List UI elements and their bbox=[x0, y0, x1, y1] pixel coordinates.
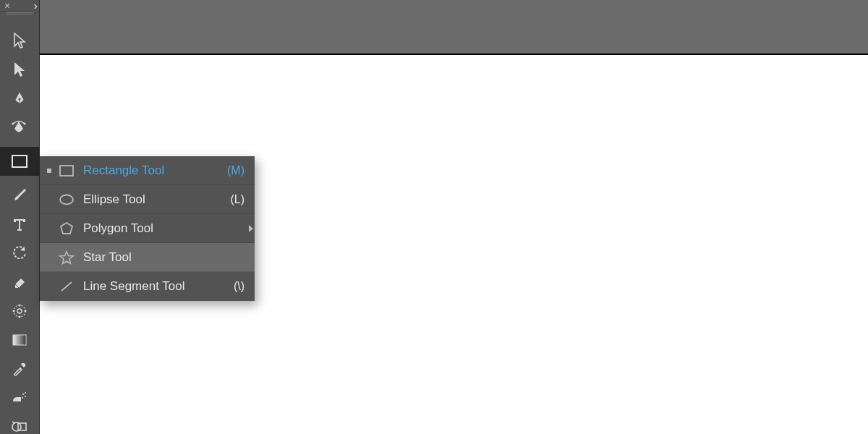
svg-point-1 bbox=[12, 122, 14, 124]
svg-rect-3 bbox=[12, 156, 27, 167]
direct-selection-tool[interactable] bbox=[5, 60, 34, 79]
star-icon bbox=[57, 250, 76, 265]
svg-point-18 bbox=[60, 195, 73, 204]
svg-marker-20 bbox=[60, 252, 73, 264]
active-indicator-icon bbox=[47, 255, 51, 260]
svg-point-8 bbox=[19, 305, 21, 307]
svg-point-9 bbox=[19, 316, 21, 318]
svg-point-11 bbox=[22, 393, 24, 395]
active-indicator-icon bbox=[47, 169, 51, 173]
type-tool[interactable] bbox=[5, 215, 34, 234]
flyout-item-rectangle[interactable]: Rectangle Tool (M) bbox=[40, 156, 255, 185]
eyedropper-tool[interactable] bbox=[5, 359, 34, 378]
svg-point-7 bbox=[25, 310, 27, 312]
flyout-item-shortcut: (L) bbox=[230, 193, 244, 206]
flyout-item-polygon[interactable]: Polygon Tool bbox=[40, 214, 255, 243]
rectangle-tool[interactable] bbox=[0, 147, 40, 176]
svg-point-12 bbox=[25, 392, 26, 393]
flyout-item-shortcut: (\) bbox=[234, 280, 244, 293]
flyout-item-line-segment[interactable]: Line Segment Tool (\) bbox=[40, 272, 255, 301]
active-indicator-icon bbox=[47, 226, 51, 231]
line-icon bbox=[57, 279, 76, 294]
flyout-item-ellipse[interactable]: Ellipse Tool (L) bbox=[40, 185, 255, 214]
close-icon[interactable]: × bbox=[4, 0, 10, 12]
tools-panel: × ›› bbox=[0, 0, 40, 434]
app-topbar bbox=[40, 0, 868, 54]
flyout-item-label: Rectangle Tool bbox=[83, 163, 227, 178]
active-indicator-icon bbox=[47, 197, 51, 202]
flyout-item-label: Star Tool bbox=[83, 250, 244, 265]
flyout-item-star[interactable]: Star Tool bbox=[40, 243, 255, 272]
rectangle-icon bbox=[57, 164, 76, 177]
shape-tool-flyout: Rectangle Tool (M) Ellipse Tool (L) Poly… bbox=[40, 156, 255, 301]
svg-point-6 bbox=[13, 310, 15, 312]
paintbrush-tool[interactable] bbox=[5, 186, 34, 205]
expand-icon[interactable]: ›› bbox=[34, 0, 35, 12]
svg-point-2 bbox=[23, 122, 25, 124]
active-indicator-icon bbox=[47, 284, 51, 289]
svg-marker-19 bbox=[61, 223, 72, 234]
svg-rect-16 bbox=[18, 423, 26, 430]
pen-tool[interactable] bbox=[5, 89, 34, 108]
svg-point-14 bbox=[22, 397, 23, 399]
svg-rect-17 bbox=[60, 166, 73, 176]
flyout-item-shortcut: (M) bbox=[227, 164, 244, 177]
scale-tool[interactable] bbox=[5, 302, 34, 320]
panel-header: × ›› bbox=[0, 0, 39, 12]
shape-builder-tool[interactable] bbox=[5, 417, 34, 434]
svg-line-21 bbox=[61, 282, 72, 291]
svg-point-13 bbox=[25, 396, 26, 397]
flyout-item-label: Ellipse Tool bbox=[83, 192, 230, 207]
symbol-sprayer-tool[interactable] bbox=[5, 388, 34, 407]
tool-list bbox=[0, 15, 39, 434]
svg-point-5 bbox=[14, 305, 25, 317]
selection-tool[interactable] bbox=[5, 31, 34, 50]
ellipse-icon bbox=[57, 193, 76, 206]
svg-rect-10 bbox=[13, 335, 26, 345]
polygon-icon bbox=[57, 221, 76, 236]
flyout-item-label: Polygon Tool bbox=[83, 221, 244, 236]
rotate-tool[interactable] bbox=[5, 244, 34, 263]
submenu-arrow-icon bbox=[249, 225, 253, 232]
flyout-item-label: Line Segment Tool bbox=[83, 279, 234, 294]
curvature-tool[interactable] bbox=[5, 118, 34, 137]
eraser-tool[interactable] bbox=[5, 273, 34, 292]
gradient-tool[interactable] bbox=[5, 331, 34, 349]
svg-point-4 bbox=[17, 309, 22, 313]
svg-point-0 bbox=[18, 98, 20, 100]
